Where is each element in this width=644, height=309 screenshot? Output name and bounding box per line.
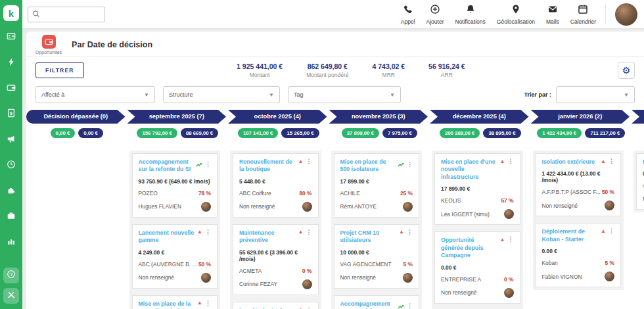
card-menu-icon[interactable]: ⋮	[306, 229, 312, 235]
sidebar-item-factures[interactable]: $	[7, 108, 16, 120]
topbar-action-calendrier[interactable]: Calendrier	[570, 4, 596, 25]
sidebar-aide-button[interactable]: ?	[3, 268, 19, 283]
column-header[interactable]: novembre 2025 (3)	[329, 110, 428, 124]
opportunity-card[interactable]: Mise en place de la nouvelle solution ▲ …	[132, 295, 218, 309]
pin-icon	[511, 4, 521, 17]
column-header[interactable]: décembre 2025 (4)	[430, 110, 529, 124]
sidebar-item-statistiques[interactable]	[7, 237, 16, 249]
kpi-mrr: 4 743,02 € MRR	[372, 62, 405, 78]
opportunity-probability: 5 %	[605, 260, 614, 266]
opportunity-card[interactable]: Accompagnement sur la refonte du SI ▲ ⋮ …	[132, 153, 218, 218]
column-header[interactable]: janvier 2026 (2)	[531, 110, 630, 124]
column-header[interactable]: octobre 2025 (4)	[228, 110, 327, 124]
column-header[interactable]: Décision dépassée (0)	[26, 110, 126, 124]
opportunity-probability: 25 %	[400, 190, 413, 197]
opportunity-title-link[interactable]: Déploiement de Koban - Starter	[542, 228, 599, 243]
opportunity-company: ABC Coiffure	[239, 190, 271, 197]
opportunity-card[interactable]: Lancement nouvelle gamme ▲ ⋮ 4 249.00 € …	[132, 224, 218, 289]
opportunity-card[interactable]: Mise en place de 500 isolateurs ▲ ⋮ 17 8…	[334, 153, 420, 218]
settings-button[interactable]: ⚙	[618, 62, 635, 79]
wallet-icon	[7, 83, 16, 95]
opportunity-card[interactable]: Isolation extérieure ▲ ⋮ 1 422 434.00 € …	[536, 153, 622, 216]
filter-button[interactable]: FILTRER	[35, 62, 84, 78]
column-header[interactable]	[632, 110, 644, 124]
page-header: Opportunités Par Date de décision	[26, 32, 644, 57]
opportunity-card[interactable]: Renouvellement de la boutique ▲ ⋮ 5 448.…	[233, 153, 319, 218]
topbar-action-label: Mails	[546, 18, 559, 25]
opportunity-card[interactable]: Local industriel ▲ ⋮ 43 626.00 € (649.00…	[233, 302, 319, 309]
topbar-action-mails[interactable]: Mails	[546, 4, 559, 25]
column-header[interactable]: septembre 2025 (7)	[127, 110, 227, 124]
sidebar-item-opportunites[interactable]	[7, 83, 16, 95]
opportunity-card[interactable]: Maintenance préventive ▲ ⋮ 55 629.00 € (…	[233, 224, 319, 295]
opportunity-owner: Non renseigné	[139, 274, 174, 281]
opportunity-title-link[interactable]: Maintenance préventive	[239, 229, 296, 245]
opportunity-card[interactable]: Opportunité générée depuis Campagne ▲ ⋮ …	[434, 231, 520, 303]
tag-filter-select[interactable]: Tag ▼	[288, 86, 401, 103]
sidebar-item-temps[interactable]	[7, 160, 16, 172]
opportunity-card[interactable]: Accompagnement commercial ▲ ⋮ 10 000.00 …	[334, 295, 420, 309]
opportunity-title-link[interactable]: Lancement nouvelle gamme	[139, 229, 195, 245]
search-box[interactable]	[28, 7, 105, 22]
kpi-label: Montant	[237, 72, 283, 78]
opportunity-title-link[interactable]: Projet CRM 10 utilsiateurs	[340, 229, 397, 245]
sidebar-item-projets[interactable]	[7, 211, 16, 223]
sidebar-item-marketing[interactable]	[7, 134, 16, 146]
kpi-stats: 1 925 441,00 € Montant862 649,80 € Monta…	[237, 62, 465, 78]
opportunity-owner: Non renseigné	[340, 274, 376, 281]
topbar-action-notifications[interactable]: Notifications	[455, 4, 486, 25]
card-menu-icon[interactable]: ⋮	[205, 300, 211, 306]
assignee-filter-select[interactable]: Affecté à ▼	[35, 86, 155, 103]
opportunity-card[interactable]: Mise en ▲ ⋮ 0.92 € (0 A.BSOLU Non ren	[636, 153, 644, 210]
bell-icon	[465, 4, 476, 17]
sort-select[interactable]: ▼	[556, 86, 635, 103]
card-menu-icon[interactable]: ⋮	[306, 158, 312, 164]
opportunity-title-link[interactable]: Opportunité générée depuis Campagne	[441, 237, 497, 259]
card-menu-icon[interactable]: ⋮	[609, 228, 614, 234]
opportunity-title-link[interactable]: Mise en place de la nouvelle solution	[139, 300, 195, 309]
opportunity-title-link[interactable]: Renouvellement de la boutique	[239, 158, 296, 174]
topbar-action-ajouter[interactable]: Ajouter	[426, 4, 444, 25]
opportunity-title-link[interactable]: Mise en place d'une nouvelle infrastruct…	[441, 158, 497, 181]
sidebar-bottom: ?	[3, 268, 19, 304]
sidebar-item-contacts[interactable]	[7, 32, 16, 43]
structure-filter-select[interactable]: Structure ▼	[163, 86, 280, 103]
column-amount-badge: 200 389,00 €	[440, 128, 480, 138]
kpi-arr: 56 916,24 € ARR	[428, 62, 465, 78]
kanban-column: décembre 2025 (4) 200 389,00 € 38 895,00…	[430, 110, 531, 309]
card-menu-icon[interactable]: ⋮	[508, 237, 514, 243]
opportunity-title-link[interactable]: Accompagnement sur la refonte du SI	[139, 158, 194, 174]
opportunity-company: ABC (AUVERGNE B. ...	[139, 261, 197, 268]
opportunity-title-link[interactable]: Mise en place de 500 isolateurs	[340, 158, 396, 174]
kanban-column: Décision dépassée (0) 0,00 € 0,00 €	[26, 110, 127, 309]
topbar-action-golocalisation[interactable]: Géolocalisation	[497, 4, 535, 25]
opportunity-probability: 5 %	[403, 261, 413, 268]
search-input[interactable]	[43, 10, 101, 18]
card-menu-icon[interactable]: ⋮	[609, 158, 614, 164]
sidebar-outils-button[interactable]	[3, 288, 19, 304]
opportunity-title-link[interactable]: Accompagnement commercial	[340, 300, 396, 309]
module-badge[interactable]: Opportunités	[35, 35, 62, 55]
sidebar-item-actions[interactable]	[7, 57, 16, 69]
opportunity-title-link[interactable]: Isolation extérieure	[542, 158, 599, 166]
card-menu-icon[interactable]: ⋮	[205, 162, 211, 168]
kpi-montant: 1 925 441,00 € Montant	[237, 62, 283, 78]
sidebar: k $ ?	[0, 0, 22, 309]
opportunity-probability: 80 %	[299, 190, 311, 197]
opportunity-card[interactable]: Déploiement de Koban - Starter ▲ ⋮ 0.00 …	[536, 223, 622, 287]
topbar-action-appel[interactable]: Appel	[401, 4, 415, 25]
gear-icon: ⚙	[622, 66, 631, 75]
card-menu-icon[interactable]: ⋮	[407, 303, 413, 309]
opportunity-card[interactable]: Mise en place d'une nouvelle infrastruct…	[434, 153, 520, 225]
opportunity-card[interactable]: Projet CRM 10 utilsiateurs ▲ ⋮ 10 000.00…	[334, 224, 420, 289]
card-menu-icon[interactable]: ⋮	[407, 229, 413, 235]
user-avatar[interactable]	[615, 3, 637, 26]
koban-logo[interactable]: k	[3, 5, 19, 21]
card-menu-icon[interactable]: ⋮	[407, 162, 413, 168]
opportunites-module-icon	[42, 35, 56, 49]
sidebar-item-extensions[interactable]	[7, 185, 16, 197]
card-menu-icon[interactable]: ⋮	[508, 158, 514, 164]
opportunity-probability: 0 %	[302, 268, 311, 274]
card-menu-icon[interactable]: ⋮	[205, 229, 211, 235]
calendar-icon	[578, 4, 588, 17]
